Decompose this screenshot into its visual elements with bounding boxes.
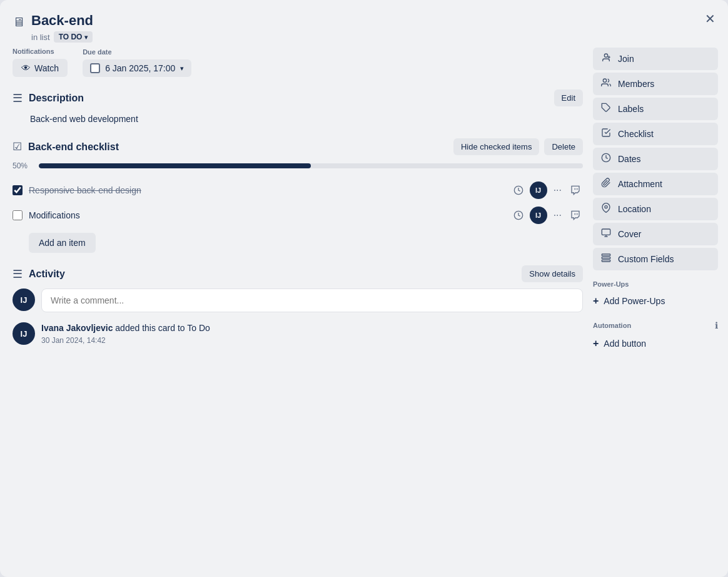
plus-icon-powerups: +: [593, 295, 599, 307]
sidebar-checklist-label: Checklist: [618, 129, 654, 139]
checklist-item-text-2: Modifications: [29, 210, 505, 220]
svg-rect-13: [602, 257, 610, 259]
sidebar-custom-fields-button[interactable]: Custom Fields: [593, 248, 718, 270]
checklist-actions: Hide checked items Delete: [453, 138, 583, 155]
checklist-items: Responsive back-end design IJ ···: [13, 178, 583, 228]
sidebar-join-button[interactable]: Join: [593, 48, 718, 70]
sidebar-checklist-button[interactable]: Checklist: [593, 123, 718, 145]
add-button-btn[interactable]: + Add button: [593, 334, 718, 353]
checklist-icon: ☑: [13, 140, 22, 153]
checklist-item-checkbox-1[interactable]: [13, 185, 23, 195]
sidebar-labels-button[interactable]: Labels: [593, 98, 718, 120]
checklist-item-actions-2: IJ ···: [511, 207, 583, 224]
due-date-label: Due date: [83, 48, 191, 56]
checklist-title: Back-end checklist: [28, 141, 119, 153]
list-name: TO DO: [59, 33, 83, 41]
header-content: Back-end in list TO DO ▾: [31, 13, 93, 43]
location-icon: [600, 203, 612, 215]
checklist-item-checkbox-2[interactable]: [13, 210, 23, 220]
description-section: ☰ Description Edit Back-end web developm…: [13, 89, 583, 126]
sidebar-dates-label: Dates: [618, 154, 641, 164]
sidebar-dates-button[interactable]: Dates: [593, 148, 718, 170]
automation-row: Automation ℹ: [593, 320, 718, 330]
progress-percent: 50%: [13, 161, 33, 170]
convert-icon-1[interactable]: [568, 184, 583, 197]
svg-rect-12: [602, 254, 610, 256]
svg-rect-14: [602, 260, 610, 262]
entry-action: added this card to To Do: [115, 323, 210, 333]
add-item-button[interactable]: Add an item: [29, 233, 96, 253]
hide-checked-button[interactable]: Hide checked items: [453, 138, 539, 155]
avatar-1: IJ: [530, 181, 547, 199]
sidebar-members-label: Members: [618, 79, 654, 89]
clock-icon-1[interactable]: [511, 184, 526, 197]
watch-button[interactable]: 👁 Watch: [13, 59, 68, 77]
card-type-icon: 🖥: [13, 15, 25, 29]
checklist-header: ☑ Back-end checklist Hide checked items …: [13, 138, 583, 155]
custom-fields-icon: [600, 253, 612, 265]
close-icon: ✕: [705, 12, 715, 26]
progress-bar-background: [39, 163, 583, 168]
list-badge[interactable]: TO DO ▾: [54, 31, 93, 43]
description-header: ☰ Description Edit: [13, 89, 583, 106]
checklist-section: ☑ Back-end checklist Hide checked items …: [13, 138, 583, 253]
modal-card: ✕ 🖥 Back-end in list TO DO ▾ Notificatio…: [0, 0, 728, 577]
main-column: Notifications 👁 Watch Due date 6 Jan 202…: [13, 48, 583, 564]
activity-title: Activity: [29, 268, 65, 280]
comment-input[interactable]: [41, 288, 583, 312]
checklist-item: Responsive back-end design IJ ···: [13, 178, 583, 203]
add-power-ups-button[interactable]: + Add Power-Ups: [593, 292, 718, 310]
sidebar-members-button[interactable]: Members: [593, 73, 718, 95]
comment-row: IJ: [13, 288, 583, 312]
entry-text: Ivana Jakovljevic added this card to To …: [41, 322, 210, 335]
description-text: Back-end web development: [13, 113, 583, 126]
checklist-item-2: Modifications IJ ···: [13, 203, 583, 228]
entry-user: Ivana Jakovljevic: [41, 323, 113, 333]
show-details-button[interactable]: Show details: [522, 265, 583, 282]
progress-row: 50%: [13, 161, 583, 170]
chevron-down-icon: ▾: [180, 64, 184, 73]
plus-icon-automation: +: [593, 338, 599, 349]
sidebar-cover-button[interactable]: Cover: [593, 223, 718, 245]
close-button[interactable]: ✕: [702, 10, 718, 28]
due-date-value: 6 Jan 2025, 17:00: [105, 63, 175, 73]
more-options-2[interactable]: ···: [551, 208, 564, 222]
watch-label: Watch: [34, 63, 59, 73]
sidebar-buttons: JoinMembersLabelsChecklistDatesAttachmen…: [593, 48, 718, 270]
info-icon[interactable]: ℹ: [715, 320, 718, 330]
power-ups-section: Power-Ups + Add Power-Ups: [593, 280, 718, 310]
svg-point-5: [603, 79, 606, 82]
svg-point-8: [605, 206, 607, 208]
progress-bar-fill: [39, 163, 311, 168]
sidebar-custom-fields-label: Custom Fields: [618, 254, 674, 264]
sidebar-attachment-button[interactable]: Attachment: [593, 173, 718, 195]
due-date-checkbox[interactable]: [90, 63, 100, 73]
description-icon: ☰: [13, 91, 23, 105]
modal-header: 🖥 Back-end in list TO DO ▾: [13, 13, 718, 43]
avatar-2: IJ: [530, 207, 547, 224]
more-options-1[interactable]: ···: [551, 183, 564, 197]
activity-icon: ☰: [13, 267, 23, 281]
checklist-item-text-1: Responsive back-end design: [29, 185, 505, 195]
entry-avatar: IJ: [13, 322, 35, 345]
cover-icon: [600, 228, 612, 240]
sidebar-location-button[interactable]: Location: [593, 198, 718, 220]
sidebar-attachment-label: Attachment: [618, 179, 662, 189]
sidebar: JoinMembersLabelsChecklistDatesAttachmen…: [593, 48, 718, 564]
sidebar-labels-label: Labels: [618, 104, 644, 114]
sidebar-location-label: Location: [618, 204, 651, 214]
sidebar-cover-label: Cover: [618, 229, 641, 239]
in-list-label: in list: [31, 33, 50, 42]
clock-icon-2[interactable]: [511, 209, 526, 222]
convert-icon-2[interactable]: [568, 209, 583, 222]
add-button-label: Add button: [604, 339, 646, 349]
members-icon: [600, 78, 612, 90]
delete-checklist-button[interactable]: Delete: [544, 138, 583, 155]
due-date-button[interactable]: 6 Jan 2025, 17:00 ▾: [83, 59, 191, 77]
description-title-group: ☰ Description: [13, 91, 84, 105]
meta-row: Notifications 👁 Watch Due date 6 Jan 202…: [13, 48, 583, 77]
checklist-title-group: ☑ Back-end checklist: [13, 140, 119, 153]
edit-button[interactable]: Edit: [554, 89, 583, 106]
automation-label: Automation: [593, 322, 631, 329]
activity-header: ☰ Activity Show details: [13, 265, 583, 282]
